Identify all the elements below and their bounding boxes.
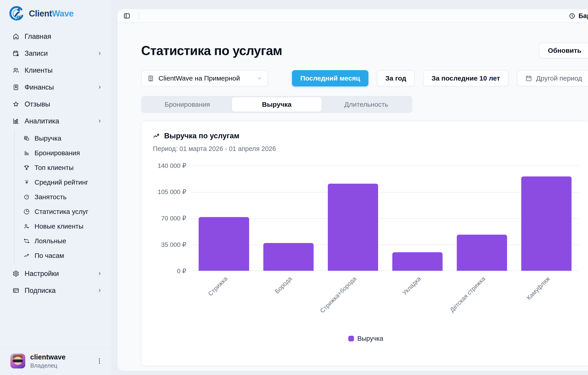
y-axis: 140 000 ₽105 000 ₽70 000 ₽35 000 ₽0 ₽	[153, 166, 192, 271]
bookings-icon	[24, 150, 30, 156]
user-row[interactable]: clientwave Владелец	[0, 347, 112, 375]
x-axis-label: Стрижка	[207, 275, 229, 297]
pie-icon	[24, 209, 30, 214]
chevron-right-icon	[97, 118, 102, 124]
location-button[interactable]: Барнаул	[569, 12, 588, 20]
refresh-button[interactable]: Обновить	[539, 43, 588, 58]
chevron-right-icon	[97, 271, 102, 276]
sidebar-item-home[interactable]: Главная	[0, 28, 112, 45]
x-axis-label: Стрижка+борода	[319, 275, 358, 314]
trend-icon	[24, 253, 30, 258]
sidebar-item-bookings[interactable]: Бронирования	[15, 146, 112, 160]
sidebar-item-new-clients[interactable]: Новые клиенты	[15, 219, 112, 234]
users-icon	[13, 67, 19, 74]
home-icon	[13, 33, 19, 40]
sidebar-item-label: Новые клиенты	[34, 223, 84, 230]
sidebar-item-label: Занятость	[34, 193, 66, 201]
period-button-custom-period[interactable]: Другой период	[517, 70, 588, 86]
tab-bookings[interactable]: Бронирования	[143, 97, 232, 112]
topbar: Барнаул	[117, 9, 588, 23]
sidebar-item-label: Статистика услуг	[34, 208, 88, 215]
bar-5[interactable]	[457, 235, 507, 271]
sidebar-item-occupancy[interactable]: Занятость	[15, 190, 112, 204]
sidebar-item-top-clients[interactable]: Топ клиенты	[15, 160, 112, 175]
sidebar-item-analytics[interactable]: Аналитика	[0, 113, 112, 129]
sidebar-item-label: По часам	[34, 252, 64, 259]
avatar	[10, 354, 25, 368]
sidebar-item-label: Настройки	[25, 270, 59, 278]
sidebar-toggle-icon[interactable]	[123, 12, 130, 19]
chevron-right-icon	[97, 51, 102, 56]
bar-6[interactable]	[521, 176, 572, 271]
chart-legend: Выручка	[142, 335, 588, 342]
sidebar: ClientWave ГлавнаяЗаписиКлиентыФинансыОт…	[0, 0, 112, 375]
user-name: clientwave	[30, 353, 66, 361]
gauge-icon	[24, 194, 30, 200]
sidebar-item-service-stats[interactable]: Статистика услуг	[15, 204, 112, 219]
sidebar-item-revenue[interactable]: Выручка	[15, 131, 112, 146]
bar-slot: Детская стрижка	[450, 166, 514, 271]
bar-2[interactable]	[263, 243, 314, 271]
user-plus-icon	[24, 223, 30, 229]
branch-select-value: ClientWave на Примерной	[158, 75, 240, 82]
sidebar-item-label: Бронирования	[34, 149, 80, 157]
page-title: Статистика по услугам	[141, 44, 282, 57]
period-button-ten-years[interactable]: За последние 10 лет	[423, 70, 508, 86]
branch-select[interactable]: ClientWave на Примерной	[141, 70, 268, 86]
tab-revenue[interactable]: Выручка	[232, 97, 322, 112]
calendar-check-icon	[13, 50, 19, 57]
sidebar-item-label: Записи	[25, 49, 48, 58]
sidebar-item-label: Отзывы	[25, 100, 50, 108]
chevron-right-icon	[97, 85, 102, 90]
clock-icon	[569, 13, 575, 19]
sidebar-item-reviews[interactable]: Отзывы	[0, 96, 112, 113]
sidebar-item-by-hours[interactable]: По часам	[15, 248, 112, 263]
repeat-icon	[24, 238, 30, 244]
bar-4[interactable]	[392, 252, 442, 271]
bar-slot: Стрижка	[192, 166, 256, 271]
sidebar-item-loyal[interactable]: Лояльные	[15, 234, 112, 248]
analytics-icon	[13, 118, 19, 124]
bar-slot: Стрижка+борода	[321, 166, 385, 271]
card-icon	[13, 287, 19, 294]
rating-icon	[24, 179, 30, 185]
gear-icon	[13, 270, 19, 277]
plot-area: СтрижкаБородаСтрижка+бородаУкладкаДетска…	[192, 166, 578, 271]
sidebar-item-clients[interactable]: Клиенты	[0, 62, 112, 79]
bar-1[interactable]	[199, 217, 249, 271]
chart-title: Выручка по услугам	[164, 131, 240, 140]
building-icon	[147, 75, 154, 82]
chart-period-subtitle: Период: 01 марта 2026 - 01 апреля 2026	[153, 145, 578, 152]
filter-row: ClientWave на Примерной Последний месяцЗ…	[141, 70, 588, 86]
sidebar-item-label: Финансы	[25, 83, 54, 91]
sidebar-item-label: Подписка	[25, 287, 56, 295]
bar-3[interactable]	[328, 184, 378, 271]
x-axis-label: Детская стрижка	[449, 275, 487, 314]
sidebar-item-label: Топ клиенты	[34, 164, 74, 171]
sidebar-item-label: Аналитика	[25, 117, 59, 125]
tab-duration[interactable]: Длительность	[322, 97, 411, 112]
user-role: Владелец	[30, 362, 66, 369]
finance-icon	[13, 84, 19, 90]
trophy-icon	[24, 165, 30, 171]
star-icon	[13, 101, 19, 107]
chart-card: Выручка по услугам Период: 01 марта 2026…	[141, 121, 588, 366]
sidebar-item-avg-rating[interactable]: Средний рейтинг	[15, 175, 112, 190]
brand[interactable]: ClientWave	[0, 0, 112, 24]
page-content: Статистика по услугам Обновить ClientWav…	[117, 23, 588, 371]
location-label: Барнаул	[578, 12, 588, 20]
sidebar-item-records[interactable]: Записи	[0, 45, 112, 62]
sidebar-item-finance[interactable]: Финансы	[0, 79, 112, 96]
sidebar-item-label: Главная	[25, 32, 51, 41]
sidebar-nav: ГлавнаяЗаписиКлиентыФинансыОтзывыАналити…	[0, 24, 112, 347]
sidebar-item-settings[interactable]: Настройки	[0, 265, 112, 282]
chart-type-tabs: БронированияВыручкаДлительность	[141, 96, 412, 113]
period-button-last-month[interactable]: Последний месяц	[292, 70, 368, 86]
main-panel: Барнаул Статистика по услугам Обновить C…	[117, 9, 588, 371]
sidebar-item-subscription[interactable]: Подписка	[0, 282, 112, 299]
topbar-divider	[138, 12, 139, 20]
user-menu-dots-icon[interactable]	[95, 357, 103, 365]
sidebar-item-label: Выручка	[34, 134, 61, 142]
period-button-year[interactable]: За год	[377, 70, 415, 86]
clientwave-logo-icon	[9, 6, 24, 21]
